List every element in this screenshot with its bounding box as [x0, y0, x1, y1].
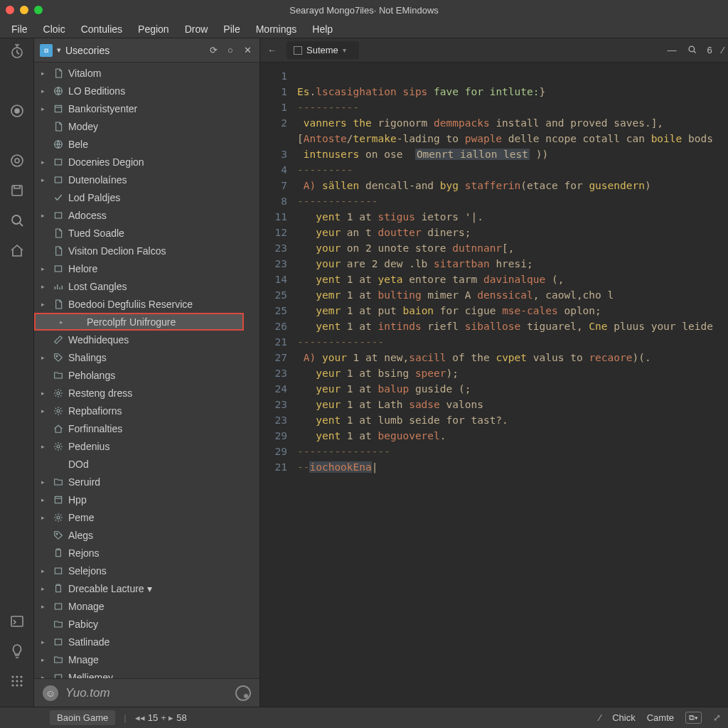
menu-file[interactable]: File [4, 21, 35, 37]
sidebar-item[interactable]: ▸LO Beditions [34, 82, 259, 100]
editor-body[interactable]: 1112 34781112232314252526212723242323292… [260, 63, 728, 707]
chevron-right-icon: ▸ [41, 70, 48, 77]
close-icon[interactable]: ✕ [241, 45, 254, 55]
layout-toggle-icon[interactable]: ⧉▾ [685, 712, 702, 724]
statusbar: Baoin Game | ◂◂ 15 + ▸ 58 ∕ Chick Camte … [0, 707, 728, 728]
status-chip[interactable]: Baoin Game [50, 710, 115, 725]
expand-icon[interactable]: ⤢ [713, 712, 721, 723]
sidebar-item[interactable]: ▸Melliemey [34, 668, 259, 678]
chevron-down-icon[interactable]: ▾ [343, 46, 346, 54]
tag-icon [53, 352, 64, 363]
clip-icon [53, 583, 64, 594]
win-icon [53, 103, 64, 114]
sidebar-item[interactable]: DOd [34, 455, 259, 473]
edit-icon[interactable]: ∕ [599, 712, 601, 723]
pager-first-button[interactable]: ◂◂ [135, 712, 145, 723]
record-icon[interactable] [9, 102, 26, 119]
sidebar-item[interactable]: ▸Resteng dress [34, 384, 259, 402]
sidebar-item[interactable]: ▸Satlinade [34, 633, 259, 651]
menu-help[interactable]: Help [305, 21, 340, 37]
sidebar-item[interactable]: Wedhideques [34, 331, 259, 348]
maximize-window-button[interactable] [34, 6, 43, 14]
sidebar-item-label: Adocess [68, 210, 259, 221]
menu-cloic[interactable]: Cloic [36, 21, 73, 37]
sidebar-item[interactable]: ▸Peme [34, 508, 259, 526]
avatar[interactable]: ☺ [43, 685, 58, 701]
sidebar-item[interactable]: Forfinnalties [34, 419, 259, 437]
lightbulb-icon[interactable] [9, 643, 26, 660]
close-window-button[interactable] [6, 6, 14, 14]
menu-pile[interactable]: Pile [216, 21, 247, 37]
sidebar-item[interactable]: Rejons [34, 544, 259, 562]
sidebar-item[interactable]: ▸Helore [34, 259, 259, 277]
pager-next-button[interactable]: + ▸ [161, 712, 173, 723]
sidebar-item[interactable]: ▸Seruird [34, 473, 259, 491]
status-indicator-icon[interactable] [235, 685, 251, 701]
sidebar-item[interactable]: ▸Pedenius [34, 437, 259, 455]
window-title: Searayd Mongo7iles· Not EMindows [0, 5, 728, 16]
stopwatch-icon[interactable] [9, 43, 26, 60]
database-icon: ⧈ [40, 44, 53, 57]
menu-contulies[interactable]: Contulies [74, 21, 129, 37]
target-icon[interactable] [9, 152, 26, 169]
sidebar-item[interactable]: ▸Dutenolaínes [34, 171, 259, 188]
sidebar-item-label: LO Beditions [68, 85, 259, 97]
editor-tabbar: ← Suteme ▾ — 6 ∕ [260, 38, 728, 63]
svg-rect-28 [55, 496, 61, 503]
sidebar-item[interactable]: ▸Lost Gangles [34, 277, 259, 295]
svg-rect-5 [12, 186, 22, 196]
status-chick[interactable]: Chick [612, 712, 636, 723]
search-icon[interactable] [687, 44, 697, 57]
menu-mornings[interactable]: Mornings [249, 21, 304, 37]
sidebar-item[interactable]: ▸Drecable Lacture ▾ [34, 579, 259, 597]
globe-icon [53, 85, 64, 97]
sidebar-item[interactable]: Bele [34, 135, 259, 153]
sidebar-item[interactable]: Alegs [34, 526, 259, 544]
save-icon[interactable] [9, 182, 26, 199]
sidebar-item-label: Pedenius [68, 441, 259, 452]
svg-rect-7 [11, 616, 23, 626]
editor-tab[interactable]: Suteme ▾ [287, 41, 359, 59]
separator: | [124, 712, 126, 723]
box-icon [53, 174, 64, 186]
sidebar-item[interactable]: ▸Boedooi Degfuliis Reservice [34, 295, 259, 313]
menu-drow[interactable]: Drow [178, 21, 215, 37]
sidebar-item[interactable]: ▸Docenies Degion [34, 153, 259, 171]
svg-point-8 [11, 675, 14, 678]
back-button[interactable]: ← [264, 45, 279, 55]
sidebar-item[interactable]: Tued Soadle [34, 224, 259, 242]
sidebar-item[interactable]: Peholangs [34, 366, 259, 384]
apps-icon[interactable] [9, 673, 26, 690]
status-camte[interactable]: Camte [647, 712, 674, 723]
sidebar-item[interactable]: ▸Vitalom [34, 64, 259, 82]
sidebar-item[interactable]: ▸Adocess [34, 206, 259, 224]
sidebar-item[interactable]: ▸Repbafiorns [34, 402, 259, 419]
sidebar-item[interactable]: ▸Mnage [34, 651, 259, 668]
sidebar-item[interactable]: ▸Percolpfr Unifrogure [34, 313, 244, 331]
sidebar-footer: ☺ Yuo.tom [34, 678, 259, 707]
sidebar-tree[interactable]: ▸Vitalom▸LO Beditions▸BankoristyenterMod… [34, 63, 259, 678]
sidebar-item[interactable]: Modey [34, 117, 259, 135]
sidebar-item-label: Resteng dress [68, 387, 259, 399]
svg-point-29 [57, 516, 60, 519]
sidebar-item[interactable]: ▸Bankoristyenter [34, 100, 259, 117]
sidebar-item[interactable]: Lod Paldjes [34, 188, 259, 206]
sidebar-item[interactable]: Visiton Declion Falcos [34, 242, 259, 259]
sidebar-item[interactable]: Pabicy [34, 615, 259, 633]
sidebar-item[interactable]: ▸Shalings [34, 348, 259, 366]
sidebar-item-label: Visiton Declion Falcos [68, 245, 259, 257]
circle-icon[interactable]: ○ [224, 45, 237, 55]
sidebar-item[interactable]: ▸Hpp [34, 491, 259, 508]
sidebar-item[interactable]: ▸Selejons [34, 562, 259, 579]
minimize-window-button[interactable] [20, 6, 28, 14]
refresh-icon[interactable]: ⟳ [207, 45, 220, 55]
code-content[interactable]: Es.lscasighation sips fave for intlute:}… [294, 63, 728, 707]
menu-pegion[interactable]: Pegion [131, 21, 176, 37]
sidebar-item[interactable]: ▸Monage [34, 597, 259, 615]
terminal-icon[interactable] [9, 613, 26, 630]
edit-icon[interactable]: ∕ [722, 45, 724, 55]
home-icon[interactable] [9, 242, 26, 259]
search-icon[interactable] [9, 212, 26, 229]
chevron-right-icon: ▸ [41, 283, 48, 290]
minimize-icon[interactable]: — [668, 45, 677, 55]
